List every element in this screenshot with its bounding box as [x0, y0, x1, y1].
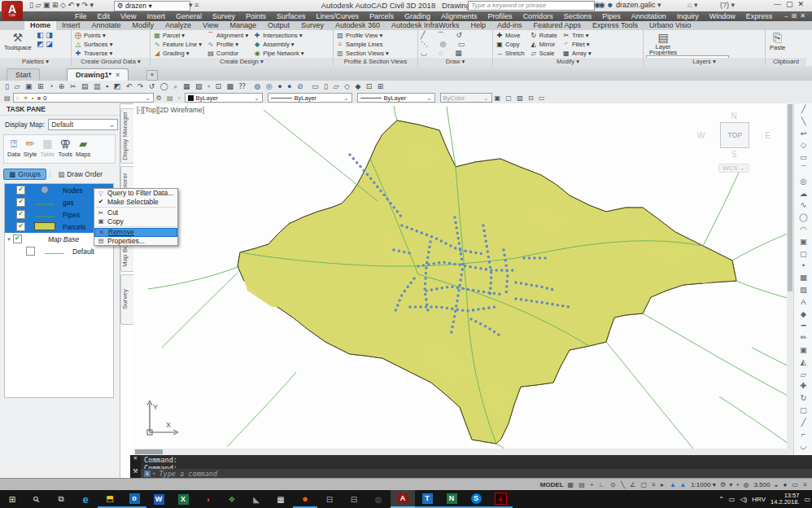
viewcube-west[interactable]: W: [697, 131, 705, 140]
language-indicator[interactable]: HRV: [752, 496, 766, 503]
display-map-dropdown[interactable]: Default⌄: [48, 119, 118, 130]
stretch-button[interactable]: Stretch: [505, 50, 525, 57]
render-toolbar-icons[interactable]: ◍ ◎ ● ● ⊘: [254, 82, 304, 90]
gis-app-icon[interactable]: ❖: [220, 490, 244, 508]
menu-survey[interactable]: Survey: [212, 11, 235, 21]
ribbon-tab-home[interactable]: Home: [24, 21, 56, 30]
checkbox-unchecked[interactable]: [26, 247, 35, 256]
checkbox-checked[interactable]: ✔: [16, 186, 25, 195]
feature-line-button[interactable]: Feature Line ▾: [163, 41, 202, 48]
ribbon-tab-help[interactable]: Help: [465, 21, 491, 30]
menu-corridors[interactable]: Corridors: [523, 11, 553, 21]
ribbon-tab-autodesk360[interactable]: Autodesk 360: [330, 21, 386, 30]
search-button[interactable]: ⚲: [24, 490, 49, 508]
draw-tools-icons[interactable]: ╱ ⌒ ↺ ⋱ ◎ ▭ ◡ ◌ ▦: [421, 31, 469, 58]
menu-item-remove[interactable]: ✕Remove: [94, 228, 177, 237]
edge-icon[interactable]: e: [73, 490, 98, 508]
app-icon-dark[interactable]: ◍: [366, 490, 391, 508]
table-button[interactable]: ▦Table: [41, 137, 55, 161]
expand-triangle-icon[interactable]: ▼: [7, 237, 11, 242]
window-app-icon-2[interactable]: ⊟: [342, 490, 366, 508]
firefox-icon[interactable]: ●: [293, 490, 317, 508]
new-tab-button[interactable]: +: [146, 70, 158, 81]
viewcube-north[interactable]: N: [697, 112, 771, 120]
start-button[interactable]: ⊞: [0, 490, 24, 508]
tab-close-icon[interactable]: ×: [116, 71, 120, 79]
z-level-value[interactable]: 3.500: [753, 481, 770, 488]
intersections-button[interactable]: Intersections ▾: [263, 32, 302, 39]
menu-item-copy[interactable]: ▣Copy: [94, 217, 177, 226]
fillet-button[interactable]: Fillet ▾: [572, 41, 590, 48]
menu-sections[interactable]: Sections: [564, 11, 592, 21]
menu-points[interactable]: Points: [246, 11, 266, 21]
traverse-button[interactable]: Traverse ▾: [84, 50, 112, 57]
close-button[interactable]: ✕: [797, 0, 809, 8]
autocad-logo[interactable]: AC3D: [2, 1, 23, 20]
drawing-canvas[interactable]: [-][Top][2D Wireframe] N W TOP E S WCS ⌄…: [133, 103, 793, 449]
binoculars-icon[interactable]: ◉◉: [594, 1, 604, 9]
menu-general[interactable]: General: [176, 11, 202, 21]
assembly-button[interactable]: Assembly ▾: [263, 41, 294, 48]
profile-view-button[interactable]: Profile View ▾: [346, 32, 382, 39]
menu-item-cut[interactable]: ✂Cut: [94, 208, 177, 217]
maps-button[interactable]: ▰Maps: [76, 137, 90, 161]
clock[interactable]: 13:5714.2.2018.: [771, 493, 799, 506]
command-close-icon[interactable]: ✕: [130, 455, 141, 462]
menu-express[interactable]: Express: [746, 11, 773, 21]
checkbox-checked[interactable]: ✔: [16, 222, 25, 231]
vscroll-thumb[interactable]: [788, 104, 792, 291]
menu-pipes[interactable]: Pipes: [602, 11, 621, 21]
viewport-controls[interactable]: [-][Top][2D Wireframe]: [137, 106, 204, 114]
checkbox-checked[interactable]: ✔: [13, 234, 22, 243]
surfaces-button[interactable]: Surfaces ▾: [84, 41, 112, 48]
maximize-button[interactable]: ▢: [786, 0, 798, 8]
viewcube-east[interactable]: E: [765, 131, 771, 140]
help-icon[interactable]: (?) ▾: [720, 1, 735, 9]
panel-label-palettes[interactable]: Palettes ▾: [0, 58, 71, 66]
menu-alignments[interactable]: Alignments: [441, 11, 478, 21]
viewcube-top[interactable]: TOP: [720, 122, 749, 148]
menu-insert[interactable]: Insert: [146, 11, 165, 21]
doc-restore-button[interactable]: ⊞: [792, 12, 801, 20]
paste-button[interactable]: ⎘Paste: [770, 31, 785, 51]
panel-label-draw[interactable]: Draw ▾: [418, 58, 492, 66]
annotation-scale-icons[interactable]: ▲ ▲: [670, 481, 687, 488]
ribbon-tab-insert[interactable]: Insert: [56, 21, 86, 30]
panel-label-ground[interactable]: Create Ground Data ▾: [72, 58, 150, 66]
pipe-network-button[interactable]: Pipe Network ▾: [263, 50, 303, 57]
menu-grading[interactable]: Grading: [404, 11, 430, 21]
calculator-icon[interactable]: ▦: [268, 490, 293, 508]
side-tab-survey[interactable]: Survey: [120, 274, 133, 325]
tray-expand-icon[interactable]: ⌃: [718, 496, 724, 503]
task-view-button[interactable]: ⧉: [49, 490, 73, 508]
alignment-button[interactable]: Alignment ▾: [216, 32, 248, 39]
menu-item-make-selectable[interactable]: ✔Make Selectable: [94, 198, 177, 207]
search-input[interactable]: Type a keyword or phrase: [468, 1, 595, 11]
ribbon-tab-view[interactable]: View: [197, 21, 224, 30]
ribbon-tab-analyze[interactable]: Analyze: [159, 21, 197, 30]
checkbox-checked[interactable]: ✔: [16, 198, 25, 207]
tab-drawing1[interactable]: Drawing1* ×: [67, 68, 129, 81]
ribbon-tab-survey[interactable]: Survey: [295, 21, 330, 30]
excel-icon[interactable]: X: [171, 490, 195, 508]
window-app-icon[interactable]: ⊟: [317, 490, 342, 508]
properties-toolbar-icons[interactable]: ▣ ▢ ▧ ⊡ ▭: [495, 93, 547, 103]
corridor-button[interactable]: Corridor: [216, 50, 238, 57]
command-input[interactable]: k ▾ Type a command: [141, 469, 812, 478]
toolspace-button[interactable]: ⚒Toolspace: [4, 31, 32, 51]
command-window[interactable]: Command: Command: k ▾ Type a command: [141, 455, 812, 478]
ribbon-tab-infraworks[interactable]: Autodesk InfraWorks: [386, 21, 465, 30]
checkbox-checked[interactable]: ✔: [16, 210, 25, 219]
layer-row-default[interactable]: Default: [5, 245, 113, 257]
draw-toolbar-vertical[interactable]: ╱ ╲ ↩ ◇ ▭ ⌒ ◎ ☁ ∿ ◯ ◠ ▣ ▢ • ▦ ▨ A ◆ ━ ✏ …: [793, 103, 812, 455]
standard-toolbar-icons[interactable]: ▯ ▱ ▣ ⊞ ◔ ⊕ ✂ ▤ ▥ ▪ ◩ ↶ ↷ ↺ ◯ ⌕ ▦ ▧ ▫ ⊡ …: [5, 82, 247, 90]
ribbon-tab-output[interactable]: Output: [262, 21, 295, 30]
panel-label-layers[interactable]: Layers ▾: [644, 58, 765, 66]
network-icon[interactable]: ▭: [729, 496, 736, 503]
minimize-button[interactable]: —: [774, 0, 786, 8]
lineweight-control-dropdown[interactable]: ByLayer⌄: [357, 93, 435, 103]
doc-minimize-button[interactable]: –: [784, 12, 791, 20]
color-control-dropdown[interactable]: ByLayer⌄: [185, 93, 263, 103]
array-button[interactable]: Array ▾: [572, 50, 592, 57]
mirror-button[interactable]: Mirror: [539, 41, 556, 48]
